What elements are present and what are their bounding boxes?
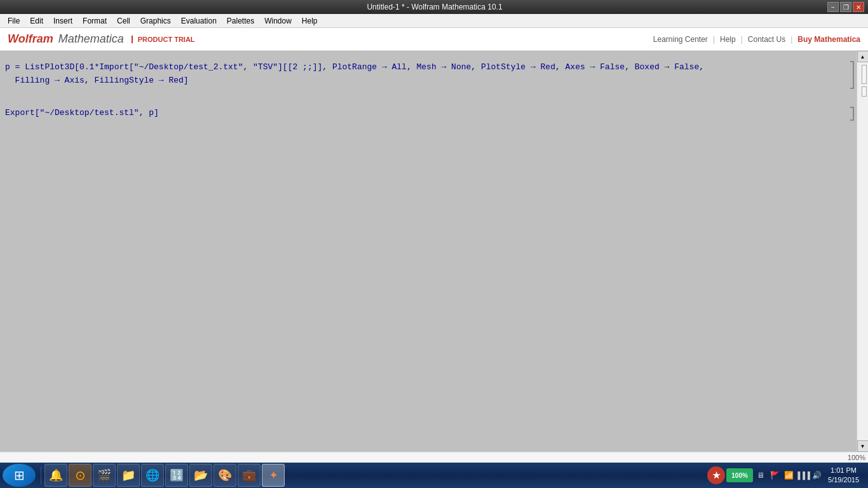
calculator-taskbar-icon[interactable]: 🔢 xyxy=(165,464,188,487)
menu-help[interactable]: Help xyxy=(297,15,323,27)
system-tray: ★ 100% 🖥 🚩 📶 ▐▐▐ 🔊 1:01 PM 5/19/2015 xyxy=(705,466,865,485)
help-link[interactable]: Help xyxy=(720,35,736,44)
scrollbar[interactable]: ▲ ▼ xyxy=(857,51,868,452)
volume-tray-icon[interactable]: 🔊 xyxy=(810,469,823,482)
notebook-wrapper: p = ListPlot3D[0.1*Import["~/Desktop/tes… xyxy=(0,51,868,463)
notification-center-icon[interactable]: 🔔 xyxy=(44,464,67,487)
cell-group-1: p = ListPlot3D[0.1*Import["~/Desktop/tes… xyxy=(0,57,857,92)
yelp-tray-icon[interactable]: ★ xyxy=(707,466,725,484)
menu-file[interactable]: File xyxy=(3,15,25,27)
menu-cell[interactable]: Cell xyxy=(112,15,135,27)
clock-time: 1:01 PM xyxy=(828,466,859,475)
notebook-content[interactable]: p = ListPlot3D[0.1*Import["~/Desktop/tes… xyxy=(0,51,857,452)
explorer-taskbar-icon[interactable]: 📁 xyxy=(117,464,140,487)
restore-button[interactable]: ❐ xyxy=(840,2,851,12)
menu-window[interactable]: Window xyxy=(259,15,297,27)
battery-tray-icon[interactable]: 100% xyxy=(726,468,753,482)
taskbar: ⊞ 🔔 ⊙ 🎬 📁 🌐 🔢 📂 🎨 💼 ✦ ★ 100% 🖥 xyxy=(0,463,868,488)
clock[interactable]: 1:01 PM 5/19/2015 xyxy=(824,466,863,485)
menu-graphics[interactable]: Graphics xyxy=(135,15,176,27)
cell-spacer xyxy=(0,92,857,103)
menu-palettes[interactable]: Palettes xyxy=(222,15,259,27)
title-bar: Untitled-1 * - Wolfram Mathematica 10.1 … xyxy=(0,0,868,14)
window-title: Untitled-1 * - Wolfram Mathematica 10.1 xyxy=(42,3,827,11)
start-button[interactable]: ⊞ xyxy=(3,464,36,487)
logo-bar: Wolfram Mathematica PRODUCT TRIAL Learni… xyxy=(0,28,868,51)
media-taskbar-icon[interactable]: 🎬 xyxy=(93,464,116,487)
buy-link[interactable]: Buy Mathematica xyxy=(797,35,860,44)
cell-group-2: Export["~/Desktop/test.stl", p] xyxy=(0,103,857,124)
scroll-track[interactable] xyxy=(857,62,868,440)
paint-taskbar-icon[interactable]: 🎨 xyxy=(214,464,236,487)
signal-tray-icon[interactable]: ▐▐▐ xyxy=(796,469,809,482)
contact-link[interactable]: Contact Us xyxy=(748,35,785,44)
cell-1-content[interactable]: p = ListPlot3D[0.1*Import["~/Desktop/tes… xyxy=(0,58,848,90)
cell-2-indicator[interactable] xyxy=(862,86,867,97)
flag-tray-icon[interactable]: 🚩 xyxy=(768,469,781,482)
monitor-tray-icon[interactable]: 🖥 xyxy=(754,469,767,482)
folder-taskbar-icon[interactable]: 📂 xyxy=(189,464,212,487)
briefcase-taskbar-icon[interactable]: 💼 xyxy=(238,464,261,487)
cell-1-indicator[interactable] xyxy=(862,65,867,84)
minimize-button[interactable]: − xyxy=(827,2,839,12)
logo-links: Learning Center | Help | Contact Us | Bu… xyxy=(653,35,860,44)
windows-icon: ⊞ xyxy=(14,468,25,483)
menu-bar: File Edit Insert Format Cell Graphics Ev… xyxy=(0,14,868,28)
cell-2-content[interactable]: Export["~/Desktop/test.stl", p] xyxy=(0,104,848,123)
wolfram-logo: Wolfram xyxy=(8,32,53,46)
scroll-down-button[interactable]: ▼ xyxy=(857,440,869,452)
battery-level: 100% xyxy=(731,472,748,479)
menu-evaluation[interactable]: Evaluation xyxy=(176,15,222,27)
cell-1-text: p = ListPlot3D[0.1*Import["~/Desktop/tes… xyxy=(5,62,704,85)
zoom-level: 100% xyxy=(848,454,865,461)
cell-1-bracket[interactable] xyxy=(848,61,857,89)
menu-format[interactable]: Format xyxy=(78,15,112,27)
scroll-up-button[interactable]: ▲ xyxy=(857,51,869,62)
outlook-taskbar-icon[interactable]: ⊙ xyxy=(69,464,92,487)
clock-date: 5/19/2015 xyxy=(828,475,859,485)
menu-edit[interactable]: Edit xyxy=(25,15,48,27)
product-trial-badge: PRODUCT TRIAL xyxy=(132,36,195,43)
learning-center-link[interactable]: Learning Center xyxy=(653,35,708,44)
chrome-taskbar-icon[interactable]: 🌐 xyxy=(141,464,164,487)
zoom-bar: 100% xyxy=(0,452,868,463)
mathematica-taskbar-icon[interactable]: ✦ xyxy=(262,464,285,487)
cell-2-text: Export["~/Desktop/test.stl", p] xyxy=(5,108,159,118)
cell-2-bracket[interactable] xyxy=(848,107,857,121)
menu-insert[interactable]: Insert xyxy=(48,15,78,27)
mathematica-logo: Mathematica xyxy=(58,32,124,46)
taskbar-sep-1 xyxy=(41,466,41,484)
network-tray-icon[interactable]: 📶 xyxy=(782,469,795,482)
close-button[interactable]: ✕ xyxy=(853,2,864,12)
